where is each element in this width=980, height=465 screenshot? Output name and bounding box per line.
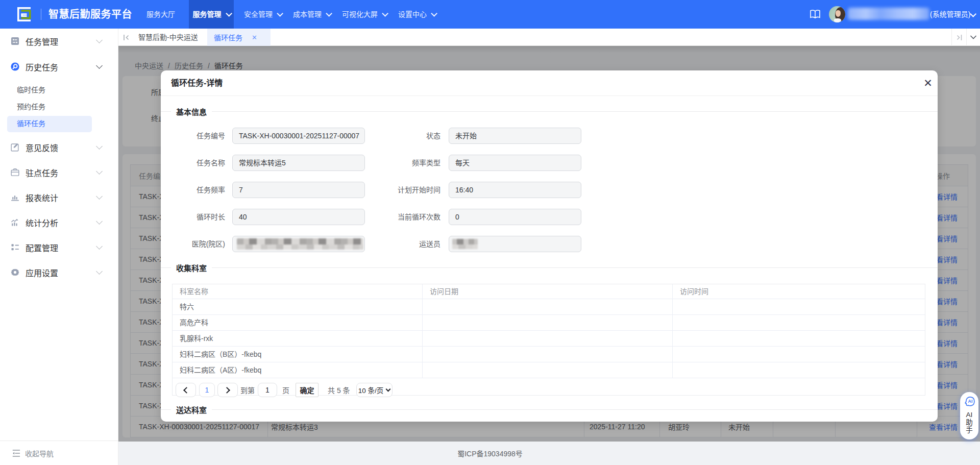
svg-text:AI: AI <box>968 399 972 404</box>
